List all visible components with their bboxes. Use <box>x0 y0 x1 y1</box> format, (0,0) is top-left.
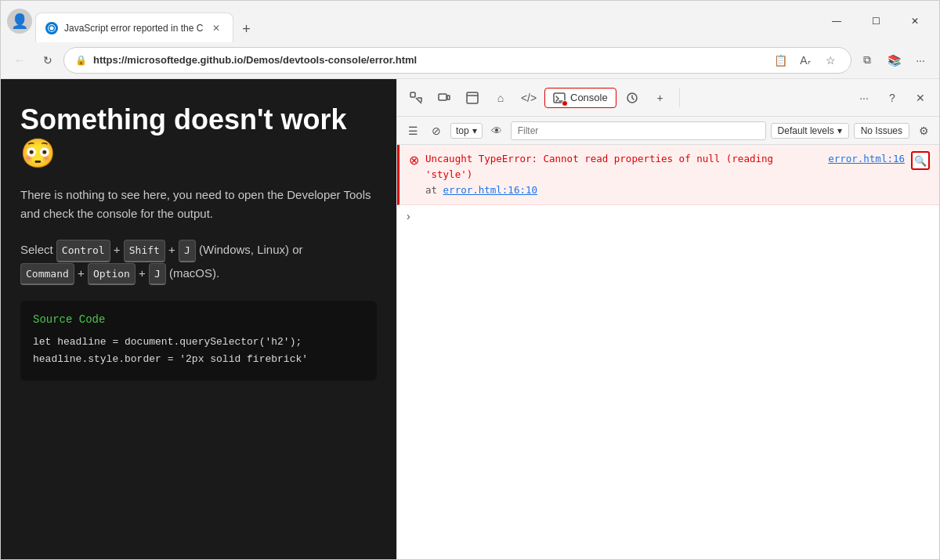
source-code-text: let headline = document.querySelector('h… <box>33 334 364 368</box>
console-tab-icon <box>553 92 566 104</box>
console-sidebar-toggle[interactable]: ☰ <box>403 121 422 140</box>
favorites-icon[interactable]: ☆ <box>821 51 840 70</box>
close-button[interactable]: ✕ <box>897 9 933 34</box>
console-clear-button[interactable]: ⊘ <box>427 121 446 140</box>
error-main-row: Uncaught TypeError: Cannot read properti… <box>425 151 905 182</box>
help-button[interactable]: ? <box>880 85 905 110</box>
tab-close-button[interactable]: ✕ <box>209 21 223 35</box>
title-bar: 👤 JavaScript error reported in the C ✕ +… <box>1 1 939 42</box>
no-issues-button[interactable]: No Issues <box>854 123 909 139</box>
console-filter-input[interactable] <box>511 121 766 140</box>
browser-window: 👤 JavaScript error reported in the C ✕ +… <box>0 0 940 560</box>
key-option: Option <box>88 263 136 285</box>
elements-icon[interactable] <box>460 85 485 110</box>
context-value: top <box>456 125 469 136</box>
home-icon[interactable]: ⌂ <box>488 85 513 110</box>
key-j-windows: J <box>179 240 196 262</box>
url-domain: microsoftedge.github.io <box>127 54 243 66</box>
console-tab[interactable]: Console <box>544 88 616 108</box>
window-controls: — ☐ ✕ <box>819 9 933 34</box>
error-stack-at: at error.html:16:10 <box>425 182 905 198</box>
device-emulation-icon[interactable] <box>432 85 457 110</box>
new-tab-button[interactable]: + <box>233 16 258 42</box>
heading-text: Something doesn't work <box>20 103 347 135</box>
log-levels-button[interactable]: Default levels ▾ <box>771 123 849 139</box>
toolbar-separator <box>679 89 680 107</box>
tab-title: JavaScript error reported in the C <box>64 23 203 34</box>
back-button[interactable]: ← <box>7 48 32 73</box>
profile-avatar[interactable]: 👤 <box>7 9 32 34</box>
tab-bar: JavaScript error reported in the C ✕ + <box>35 1 815 42</box>
active-tab[interactable]: JavaScript error reported in the C ✕ <box>35 13 233 42</box>
key-command: Command <box>20 263 74 285</box>
read-aloud-icon[interactable]: Aᵣ <box>796 51 815 70</box>
address-bar-icons: 📋 Aᵣ ☆ <box>771 51 840 70</box>
address-bar: ← ↻ 🔒 https://microsoftedge.github.io/De… <box>1 42 939 79</box>
bookmark-icon[interactable]: 📋 <box>771 51 790 70</box>
console-settings-icon[interactable]: ⚙ <box>914 121 933 140</box>
console-error-badge <box>562 100 568 107</box>
error-at-link[interactable]: error.html:16:10 <box>443 184 537 196</box>
devtools-panel: ⌂ </> Console + ··· ? ✕ <box>396 79 939 559</box>
console-tab-label: Console <box>570 92 608 103</box>
error-location-link[interactable]: error.html:16 <box>828 151 905 167</box>
tab-favicon <box>45 22 58 34</box>
error-circle-icon: ⊗ <box>409 153 419 168</box>
key-control: Control <box>56 240 110 262</box>
browser-toolbar-right: ⧉ 📚 ··· <box>855 48 933 73</box>
collections-icon[interactable]: 📚 <box>881 48 906 73</box>
console-output: ⊗ Uncaught TypeError: Cannot read proper… <box>397 145 939 559</box>
error-main-text: Uncaught TypeError: Cannot read properti… <box>425 151 822 182</box>
refresh-button[interactable]: ↻ <box>35 48 60 73</box>
page-body-text: There is nothing to see here, you need t… <box>20 186 377 223</box>
console-error-entry: ⊗ Uncaught TypeError: Cannot read proper… <box>397 145 939 205</box>
source-line-2: headline.style.border = '2px solid fireb… <box>33 351 364 368</box>
main-area: Something doesn't work 😳 There is nothin… <box>1 79 939 559</box>
page-heading: Something doesn't work 😳 <box>20 103 377 170</box>
levels-label: Default levels <box>778 125 834 136</box>
levels-chevron-icon: ▾ <box>837 125 842 136</box>
inspect-element-icon[interactable] <box>403 85 428 110</box>
source-code-label: Source Code <box>33 313 364 326</box>
webpage-content: Something doesn't work 😳 There is nothin… <box>1 79 396 559</box>
error-at-prefix: at <box>425 184 443 196</box>
console-toolbar: ☰ ⊘ top ▾ 👁 Default levels ▾ No Issues ⚙ <box>397 117 939 145</box>
svg-rect-3 <box>447 96 450 99</box>
maximize-button[interactable]: ☐ <box>858 9 894 34</box>
heading-emoji: 😳 <box>20 137 56 169</box>
keyboard-hint: Select Control + Shift + J (Windows, Lin… <box>20 239 377 285</box>
key-j-mac: J <box>149 263 166 285</box>
error-message-content: Uncaught TypeError: Cannot read properti… <box>425 151 905 198</box>
devtools-toolbar-right: ··· ? ✕ <box>851 85 933 110</box>
minimize-button[interactable]: — <box>819 9 855 34</box>
svg-rect-1 <box>410 92 415 97</box>
svg-rect-2 <box>439 94 446 100</box>
console-expand-arrow[interactable]: › <box>397 205 939 227</box>
live-expressions-icon[interactable]: 👁 <box>487 121 506 140</box>
performance-icon[interactable] <box>620 85 645 110</box>
source-line-1: let headline = document.querySelector('h… <box>33 334 364 351</box>
more-devtools-button[interactable]: ··· <box>851 85 877 110</box>
source-code-block: Source Code let headline = document.quer… <box>20 301 377 381</box>
search-icon[interactable]: 🔍 <box>911 151 930 170</box>
devtools-toolbar: ⌂ </> Console + ··· ? ✕ <box>397 79 939 117</box>
url-protocol: https:// <box>93 54 127 66</box>
key-shift: Shift <box>124 240 165 262</box>
context-chevron-icon: ▾ <box>472 125 477 136</box>
close-devtools-button[interactable]: ✕ <box>908 85 933 110</box>
sources-icon[interactable]: </> <box>516 85 541 110</box>
add-tool-icon[interactable]: + <box>648 85 673 110</box>
more-tools-button[interactable]: ··· <box>908 48 933 73</box>
svg-rect-4 <box>467 92 478 103</box>
split-screen-icon[interactable]: ⧉ <box>855 48 880 73</box>
url-bar[interactable]: 🔒 https://microsoftedge.github.io/Demos/… <box>63 47 851 74</box>
url-text: https://microsoftedge.github.io/Demos/de… <box>93 54 765 66</box>
context-selector[interactable]: top ▾ <box>450 123 483 139</box>
lock-icon: 🔒 <box>75 55 87 66</box>
url-path: /Demos/devtools-console/error.html <box>243 54 417 66</box>
